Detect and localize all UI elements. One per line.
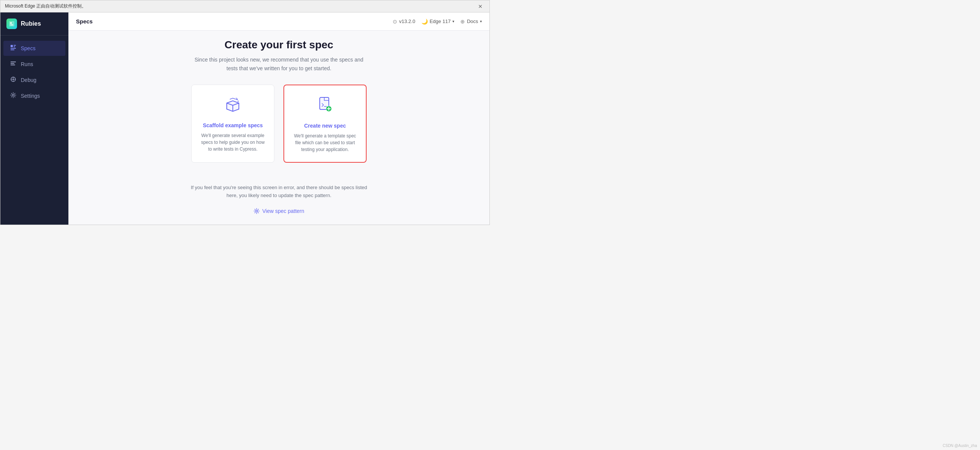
- topbar-right: ⊙ v13.2.0 🌙 Edge 117 ▾ ⊕ Docs ▾: [393, 19, 482, 25]
- version-icon: ⊙: [393, 19, 397, 25]
- specs-icon: [10, 44, 17, 52]
- create-new-title: Create new spec: [304, 123, 346, 129]
- version-item: ⊙ v13.2.0: [393, 19, 415, 25]
- title-bar-text: Microsoft Edge 正由自动测试软件控制。: [5, 3, 86, 10]
- docs-item[interactable]: ⊕ Docs ▾: [460, 19, 482, 25]
- logo-icon: [6, 19, 17, 29]
- docs-icon: ⊕: [460, 19, 465, 25]
- runs-icon: [10, 60, 17, 68]
- version-text: v13.2.0: [399, 19, 415, 24]
- scaffold-title: Scaffold example specs: [203, 122, 263, 128]
- browser-text: Edge 117: [430, 19, 451, 24]
- svg-rect-7: [11, 49, 14, 50]
- close-button[interactable]: ✕: [476, 3, 485, 10]
- svg-rect-4: [14, 45, 16, 46]
- topbar-title: Specs: [76, 18, 92, 25]
- title-bar: Microsoft Edge 正由自动测试软件控制。 ✕: [0, 0, 490, 13]
- svg-rect-2: [10, 25, 13, 25]
- sidebar-item-runs[interactable]: Runs: [3, 57, 65, 72]
- settings-icon: [10, 92, 17, 100]
- scaffold-card[interactable]: Scaffold example specs We'll generate se…: [191, 84, 274, 163]
- svg-point-17: [13, 94, 14, 96]
- debug-icon: [10, 76, 17, 84]
- svg-point-12: [13, 79, 14, 80]
- app-window: Microsoft Edge 正由自动测试软件控制。 ✕ Rubies: [0, 0, 490, 225]
- logo-text: Rubies: [21, 21, 41, 27]
- sidebar-logo: Rubies: [0, 13, 68, 35]
- sidebar-item-debug[interactable]: Debug: [3, 73, 65, 87]
- svg-rect-6: [11, 48, 16, 49]
- docs-chevron: ▾: [480, 19, 482, 24]
- page-heading: Create your first spec: [224, 39, 333, 51]
- svg-point-19: [238, 101, 239, 102]
- svg-rect-3: [11, 45, 13, 47]
- sidebar-item-specs[interactable]: Specs: [3, 41, 65, 56]
- create-new-icon: [316, 96, 334, 117]
- sidebar-nav: Specs Runs: [0, 35, 68, 225]
- page-subtext: Since this project looks new, we recomme…: [188, 55, 370, 73]
- app-body: Rubies Specs: [0, 13, 490, 225]
- sidebar: Rubies Specs: [0, 13, 68, 225]
- create-new-card[interactable]: Create new spec We'll generate a templat…: [283, 84, 367, 163]
- svg-rect-10: [11, 65, 15, 65]
- scaffold-desc: We'll generate several example specs to …: [199, 132, 266, 152]
- svg-rect-1: [10, 22, 12, 24]
- cards-row: Scaffold example specs We'll generate se…: [191, 84, 367, 163]
- main-content: Specs ⊙ v13.2.0 🌙 Edge 117 ▾ ⊕ Docs ▾: [68, 13, 490, 225]
- view-spec-pattern-button[interactable]: View spec pattern: [248, 206, 310, 216]
- view-spec-pattern-label: View spec pattern: [262, 208, 304, 214]
- scaffold-icon: [224, 95, 242, 117]
- moon-icon: 🌙: [422, 19, 428, 25]
- browser-item[interactable]: 🌙 Edge 117 ▾: [422, 19, 455, 25]
- sidebar-label-debug: Debug: [21, 77, 36, 83]
- browser-chevron: ▾: [452, 19, 454, 24]
- svg-rect-5: [14, 46, 15, 47]
- top-bar: Specs ⊙ v13.2.0 🌙 Edge 117 ▾ ⊕ Docs ▾: [68, 13, 490, 30]
- create-new-desc: We'll generate a template spec file whic…: [292, 133, 358, 153]
- content-area: Create your first spec Since this projec…: [68, 30, 490, 225]
- svg-rect-0: [9, 21, 14, 27]
- svg-rect-9: [11, 63, 14, 64]
- svg-point-27: [256, 210, 258, 212]
- svg-point-20: [236, 98, 237, 98]
- sidebar-label-settings: Settings: [21, 93, 40, 99]
- sidebar-label-specs: Specs: [21, 45, 35, 51]
- sidebar-label-runs: Runs: [21, 61, 33, 67]
- docs-text: Docs: [467, 19, 478, 24]
- gear-icon: [254, 208, 259, 214]
- error-text: If you feel that you're seeing this scre…: [188, 184, 370, 200]
- sidebar-item-settings[interactable]: Settings: [3, 88, 65, 103]
- svg-rect-8: [11, 62, 16, 62]
- svg-point-18: [236, 98, 238, 100]
